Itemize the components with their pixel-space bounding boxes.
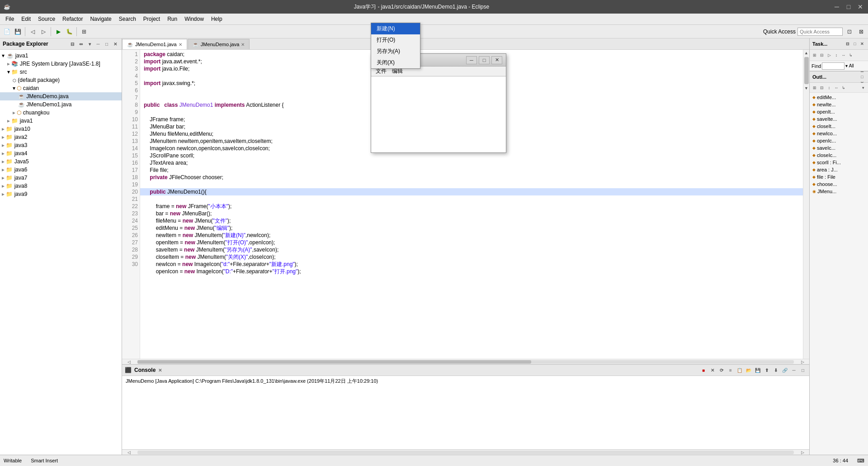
- tree-jmenudemo[interactable]: ☕ JMenuDemo.java: [0, 92, 122, 100]
- new-button[interactable]: 📄: [2, 27, 12, 37]
- stop-button[interactable]: ■: [700, 366, 707, 374]
- console-btn3[interactable]: ⟳: [718, 366, 725, 374]
- outline-openitem[interactable]: ◆openIt...: [810, 108, 868, 115]
- tree-jre[interactable]: ▸ 📚 JRE System Library [JavaSE-1.8]: [0, 60, 122, 68]
- right-tb-btn4[interactable]: ↕: [833, 52, 840, 58]
- hscroll-thumb[interactable]: [137, 360, 531, 364]
- tree-java6[interactable]: ▸ 📁 java6: [0, 166, 122, 174]
- save-button[interactable]: 💾: [13, 27, 23, 37]
- back-button[interactable]: ◁: [28, 27, 38, 37]
- outline-tb5[interactable]: ↳: [840, 85, 847, 91]
- menu-run[interactable]: Run: [164, 15, 181, 23]
- console-minimize[interactable]: ─: [790, 366, 797, 374]
- forward-button[interactable]: ▷: [38, 27, 48, 37]
- all-filter[interactable]: ▾ All: [845, 63, 854, 68]
- collapse-all-button[interactable]: ⊟: [69, 40, 76, 48]
- tree-src[interactable]: ▾ 📁 src: [0, 68, 122, 76]
- open-perspective-button[interactable]: ⊡: [844, 27, 854, 37]
- hscroll-left[interactable]: ◁: [122, 360, 136, 364]
- dropdown-open[interactable]: 打开(O): [371, 34, 420, 46]
- close-panel-button[interactable]: ✕: [112, 40, 119, 48]
- notepad-close[interactable]: ✕: [491, 56, 502, 64]
- right-tb-btn2[interactable]: ⊟: [819, 52, 825, 58]
- outline-openicon[interactable]: ◆openIc...: [810, 137, 868, 144]
- console-tab-close[interactable]: ✕: [158, 368, 162, 373]
- scroll-thumb[interactable]: [804, 57, 809, 84]
- tree-caidan[interactable]: ▾ ⬡ caidan: [0, 84, 122, 92]
- tree-chuangkou[interactable]: ▸ ⬡ chuangkou: [0, 109, 122, 117]
- console-hscroll-right[interactable]: ▷: [796, 450, 809, 455]
- tasks-btn3[interactable]: ✕: [859, 41, 865, 47]
- outline-tb4[interactable]: ↔: [833, 85, 840, 91]
- tasks-btn1[interactable]: ⊟: [844, 41, 851, 47]
- maximize-button[interactable]: □: [844, 3, 853, 11]
- console-btn7[interactable]: 💾: [754, 366, 761, 374]
- minimize-panel-button[interactable]: ─: [94, 40, 102, 48]
- tree-java2[interactable]: ▸ 📁 java2: [0, 133, 122, 141]
- perspective2-button[interactable]: ⊠: [856, 27, 866, 37]
- outline-editmenu[interactable]: ◆editMe...: [810, 94, 868, 101]
- outline-tb1[interactable]: ⊞: [811, 85, 818, 91]
- right-tb-btn6[interactable]: ↳: [848, 52, 854, 58]
- menu-search[interactable]: Search: [115, 15, 140, 23]
- editor-hscrollbar[interactable]: ◁ ▷: [122, 359, 809, 364]
- right-tb-btn1[interactable]: ⊞: [811, 52, 818, 58]
- tree-java4[interactable]: ▸ 📁 java4: [0, 149, 122, 157]
- tree-java3[interactable]: ▸ 📁 java3: [0, 141, 122, 149]
- outline-saveicon[interactable]: ◆saveIc...: [810, 144, 868, 152]
- find-input[interactable]: [822, 62, 844, 70]
- outline-area[interactable]: ◆area : J...: [810, 166, 868, 173]
- tree-java10[interactable]: ▸ 📁 java10: [0, 125, 122, 133]
- minimize-button[interactable]: ─: [833, 3, 841, 11]
- tab-jmenudemo[interactable]: ☕ JMenuDemo.java ✕: [188, 39, 250, 49]
- console-btn8[interactable]: ⬆: [763, 366, 770, 374]
- outline-tb2[interactable]: ⊟: [819, 85, 825, 91]
- link-editor-button[interactable]: ⇔: [77, 40, 85, 48]
- console-btn10[interactable]: 🔗: [781, 366, 788, 374]
- outline-scorll[interactable]: ◆scorll : Fi...: [810, 159, 868, 166]
- perspective-button[interactable]: ⊞: [79, 27, 89, 37]
- notepad-maximize[interactable]: □: [479, 56, 490, 64]
- maximize-panel-button[interactable]: □: [103, 40, 110, 48]
- outline-btn2[interactable]: □: [859, 74, 865, 80]
- outline-tb6[interactable]: ▾: [860, 85, 866, 91]
- notepad-minimize[interactable]: ─: [466, 56, 477, 64]
- tree-java5[interactable]: ▸ 📁 Java5: [0, 157, 122, 166]
- run-button[interactable]: ▶: [53, 27, 63, 37]
- tab-jmenudemo1-close[interactable]: ✕: [179, 42, 182, 47]
- dropdown-saveas[interactable]: 另存为(A): [371, 46, 420, 57]
- debug-button[interactable]: 🐛: [64, 27, 74, 37]
- console-hscrollbar[interactable]: ◁ ▷: [122, 449, 809, 455]
- scroll-down-arrow[interactable]: ▼: [803, 85, 810, 91]
- outline-chooser[interactable]: ◆choose...: [810, 181, 868, 188]
- console-btn9[interactable]: ⬇: [772, 366, 779, 374]
- tree-jmenudemo1[interactable]: ☕ JMenuDemo1.java: [0, 100, 122, 109]
- menu-edit[interactable]: Edit: [18, 15, 34, 23]
- close-button[interactable]: ✕: [856, 3, 864, 11]
- outline-closeicon[interactable]: ◆closeIc...: [810, 152, 868, 159]
- tree-java7[interactable]: ▸ 📁 java7: [0, 174, 122, 182]
- console-hscroll-left[interactable]: ◁: [122, 450, 136, 455]
- right-tb-btn3[interactable]: ▷: [826, 52, 832, 58]
- tab-jmenudemo-close[interactable]: ✕: [241, 42, 245, 47]
- console-btn6[interactable]: 📂: [745, 366, 752, 374]
- menu-window[interactable]: Window: [181, 15, 208, 23]
- menu-file[interactable]: File: [2, 15, 18, 23]
- console-btn5[interactable]: 📋: [736, 366, 743, 374]
- menu-refactor[interactable]: Refactor: [59, 15, 86, 23]
- menu-navigate[interactable]: Navigate: [86, 15, 115, 23]
- tree-java1[interactable]: ▾ ☕ java1: [0, 52, 122, 60]
- tab-jmenudemo1[interactable]: ☕ JMenuDemo1.java ✕: [122, 39, 187, 49]
- tasks-btn2[interactable]: □: [852, 41, 858, 47]
- tree-default-pkg[interactable]: ⬡ (default package): [0, 76, 122, 84]
- menu-source[interactable]: Source: [34, 15, 59, 23]
- outline-tb3[interactable]: ↕: [826, 85, 832, 91]
- outline-newicon[interactable]: ◆newIco...: [810, 130, 868, 137]
- scroll-up-arrow[interactable]: ▲: [803, 50, 810, 56]
- outline-saveitem[interactable]: ◆saveIte...: [810, 115, 868, 123]
- menu-project[interactable]: Project: [140, 15, 164, 23]
- outline-file[interactable]: ◆file : File: [810, 173, 868, 181]
- quick-access-input[interactable]: [797, 28, 843, 36]
- panel-menu-button[interactable]: ▾: [86, 40, 93, 48]
- tree-java1-sub[interactable]: ▸ 📁 java1: [0, 117, 122, 125]
